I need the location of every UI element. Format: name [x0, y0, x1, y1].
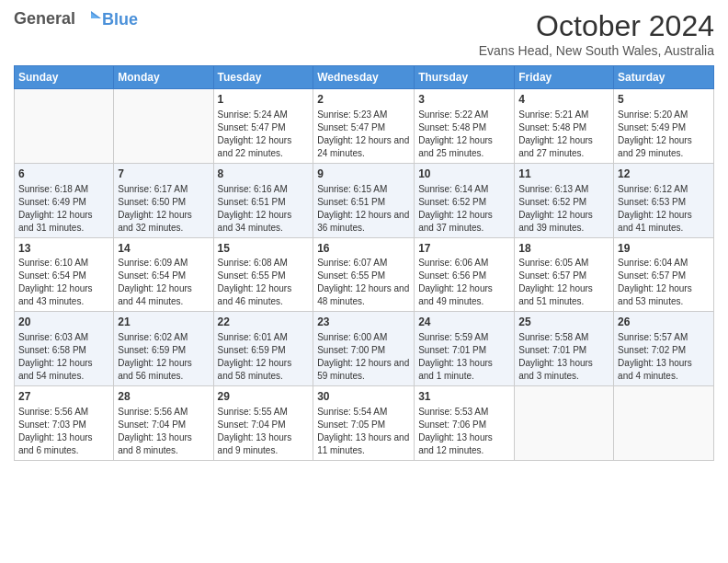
day-info: Sunrise: 6:06 AM — [418, 257, 510, 270]
day-info: Sunset: 7:06 PM — [418, 419, 510, 431]
day-info: Sunset: 7:05 PM — [317, 419, 410, 431]
day-info: Sunset: 6:54 PM — [18, 270, 109, 282]
day-number: 22 — [218, 315, 310, 330]
day-info: Sunrise: 6:02 AM — [118, 331, 209, 344]
day-info: Sunset: 6:54 PM — [118, 270, 209, 282]
day-number: 18 — [518, 241, 609, 257]
calendar-cell: 12Sunrise: 6:12 AMSunset: 6:53 PMDayligh… — [614, 163, 714, 237]
day-info: Sunset: 6:56 PM — [418, 270, 510, 282]
calendar-cell: 31Sunrise: 5:53 AMSunset: 7:06 PMDayligh… — [415, 386, 515, 461]
day-info: Sunrise: 6:09 AM — [118, 257, 209, 270]
day-info: Sunrise: 5:23 AM — [317, 109, 410, 121]
calendar-cell — [515, 386, 614, 461]
day-info: Sunset: 5:47 PM — [317, 121, 410, 134]
calendar-cell: 19Sunrise: 6:04 AMSunset: 6:57 PMDayligh… — [614, 237, 714, 312]
day-info: Sunrise: 6:15 AM — [317, 183, 410, 196]
day-number: 27 — [18, 389, 109, 405]
day-info: Daylight: 12 hours and 59 minutes. — [317, 357, 410, 383]
day-info: Sunset: 6:50 PM — [118, 196, 209, 209]
day-info: Daylight: 12 hours and 44 minutes. — [118, 282, 209, 308]
calendar-cell: 20Sunrise: 6:03 AMSunset: 6:58 PMDayligh… — [15, 312, 114, 386]
col-header-saturday: Saturday — [614, 66, 714, 89]
day-info: Sunrise: 6:05 AM — [518, 257, 609, 270]
day-number: 17 — [418, 241, 510, 257]
calendar-week-3: 13Sunrise: 6:10 AMSunset: 6:54 PMDayligh… — [15, 237, 714, 312]
day-number: 12 — [618, 167, 710, 182]
day-info: Daylight: 12 hours and 32 minutes. — [118, 209, 209, 235]
day-info: Daylight: 12 hours and 24 minutes. — [317, 134, 410, 160]
day-number: 7 — [118, 167, 209, 182]
day-number: 8 — [218, 167, 310, 182]
day-info: Sunset: 6:59 PM — [118, 344, 209, 357]
day-info: Daylight: 12 hours and 37 minutes. — [418, 209, 510, 235]
day-info: Sunrise: 5:56 AM — [118, 406, 209, 419]
day-number: 16 — [317, 241, 410, 257]
day-info: Sunset: 6:52 PM — [518, 196, 609, 209]
day-info: Sunset: 6:53 PM — [618, 196, 710, 209]
day-info: Sunset: 6:57 PM — [518, 270, 609, 282]
day-info: Daylight: 12 hours and 39 minutes. — [518, 209, 609, 235]
day-info: Daylight: 12 hours and 36 minutes. — [317, 209, 410, 235]
logo-bird-icon — [81, 9, 101, 29]
calendar-cell: 3Sunrise: 5:22 AMSunset: 5:48 PMDaylight… — [415, 89, 515, 164]
day-number: 26 — [618, 315, 710, 330]
logo: General Blue — [14, 9, 138, 29]
day-info: Sunrise: 5:59 AM — [418, 331, 510, 344]
calendar-cell — [15, 89, 114, 164]
day-info: Sunrise: 5:58 AM — [518, 331, 609, 344]
calendar-header-row: SundayMondayTuesdayWednesdayThursdayFrid… — [15, 66, 714, 89]
calendar-cell — [614, 386, 714, 461]
day-number: 9 — [317, 167, 410, 182]
calendar-cell: 28Sunrise: 5:56 AMSunset: 7:04 PMDayligh… — [114, 386, 213, 461]
title-area: October 2024 Evans Head, New South Wales… — [479, 9, 714, 58]
calendar-cell: 2Sunrise: 5:23 AMSunset: 5:47 PMDaylight… — [313, 89, 415, 164]
col-header-thursday: Thursday — [415, 66, 515, 89]
day-info: Daylight: 13 hours and 3 minutes. — [518, 357, 609, 383]
day-info: Sunrise: 5:20 AM — [618, 109, 710, 121]
calendar-cell: 7Sunrise: 6:17 AMSunset: 6:50 PMDaylight… — [114, 163, 213, 237]
day-info: Sunrise: 6:07 AM — [317, 257, 410, 270]
day-info: Daylight: 12 hours and 22 minutes. — [218, 134, 310, 160]
day-info: Sunrise: 5:24 AM — [218, 109, 310, 121]
day-info: Sunrise: 6:16 AM — [218, 183, 310, 196]
day-info: Sunrise: 5:22 AM — [418, 109, 510, 121]
day-info: Sunrise: 5:21 AM — [518, 109, 609, 121]
day-info: Sunrise: 6:03 AM — [18, 331, 109, 344]
calendar-page: General Blue October 2024 Evans Head, Ne… — [0, 0, 728, 470]
calendar-cell: 21Sunrise: 6:02 AMSunset: 6:59 PMDayligh… — [114, 312, 213, 386]
col-header-friday: Friday — [515, 66, 614, 89]
day-info: Daylight: 12 hours and 54 minutes. — [18, 357, 109, 383]
calendar-cell: 18Sunrise: 6:05 AMSunset: 6:57 PMDayligh… — [515, 237, 614, 312]
day-info: Sunset: 5:49 PM — [618, 121, 710, 134]
day-number: 3 — [418, 92, 510, 108]
day-info: Daylight: 12 hours and 56 minutes. — [118, 357, 209, 383]
day-info: Daylight: 13 hours and 6 minutes. — [18, 431, 109, 457]
day-number: 30 — [317, 389, 410, 405]
day-info: Daylight: 12 hours and 34 minutes. — [218, 209, 310, 235]
day-number: 5 — [618, 92, 710, 108]
day-info: Sunrise: 6:10 AM — [18, 257, 109, 270]
day-info: Sunrise: 5:54 AM — [317, 406, 410, 419]
day-info: Daylight: 13 hours and 1 minute. — [418, 357, 510, 383]
day-info: Sunrise: 6:00 AM — [317, 331, 410, 344]
calendar-cell: 14Sunrise: 6:09 AMSunset: 6:54 PMDayligh… — [114, 237, 213, 312]
day-number: 14 — [118, 241, 209, 257]
calendar-cell: 11Sunrise: 6:13 AMSunset: 6:52 PMDayligh… — [515, 163, 614, 237]
day-info: Sunset: 6:58 PM — [18, 344, 109, 357]
day-info: Sunrise: 6:04 AM — [618, 257, 710, 270]
day-info: Sunset: 6:59 PM — [218, 344, 310, 357]
calendar-cell: 24Sunrise: 5:59 AMSunset: 7:01 PMDayligh… — [415, 312, 515, 386]
calendar-cell: 26Sunrise: 5:57 AMSunset: 7:02 PMDayligh… — [614, 312, 714, 386]
day-info: Daylight: 12 hours and 31 minutes. — [18, 209, 109, 235]
day-info: Daylight: 12 hours and 48 minutes. — [317, 282, 410, 308]
day-info: Sunset: 5:48 PM — [518, 121, 609, 134]
day-info: Sunset: 6:52 PM — [418, 196, 510, 209]
col-header-wednesday: Wednesday — [313, 66, 415, 89]
calendar-cell: 1Sunrise: 5:24 AMSunset: 5:47 PMDaylight… — [213, 89, 313, 164]
calendar-cell: 22Sunrise: 6:01 AMSunset: 6:59 PMDayligh… — [213, 312, 313, 386]
day-info: Sunrise: 6:14 AM — [418, 183, 510, 196]
col-header-sunday: Sunday — [15, 66, 114, 89]
day-info: Sunset: 5:48 PM — [418, 121, 510, 134]
day-info: Daylight: 12 hours and 53 minutes. — [618, 282, 710, 308]
day-info: Sunset: 7:03 PM — [18, 419, 109, 431]
